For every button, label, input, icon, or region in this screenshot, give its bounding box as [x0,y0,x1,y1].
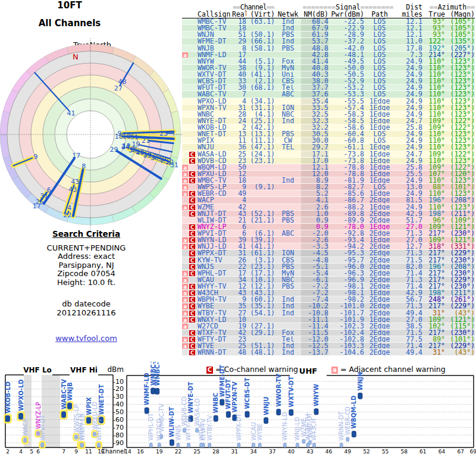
adjacent-warning-icon: a [182,297,188,302]
virtual-channel: (27.1) [246,323,275,329]
azimuth-magnetic: (208°) [445,264,475,270]
noise-margin: -5.4 [301,270,328,276]
warning-cell [182,65,198,71]
table-row: CWTXF-TV42(29.1)Fox-11.5-102.42Edge71.52… [182,330,475,336]
signal-bar [312,443,315,447]
real-channel: 40 [232,71,246,77]
col-netwk: Netwk [275,11,301,18]
co-channel-warning-icon: C [189,271,195,276]
warning-cell: aC [182,177,198,183]
distance-miles: 24.9 [395,190,422,196]
distance-miles: 24.9 [395,84,422,90]
group-signal: ========Signal======== [301,4,395,11]
power-dbm: -58.3 [328,111,364,117]
table-row: CWNJT-DT43(52.1)PBS1.0-89.82Edge42.9198°… [182,211,475,217]
network: Fox [275,58,301,64]
virtual-channel: (52.1) [246,211,275,217]
distance-miles: 51.7 [395,217,422,223]
table-row: aCWTVE25(51.1)Ind-12.5-103.32Edge71.4217… [182,343,475,349]
azimuth-polar-plot: N274892318185121191224225506391044384033… [0,33,186,232]
path: 2Edge [364,211,395,217]
dbm-tick: -60 [113,416,124,424]
callsign: WPXU-LD [198,171,232,177]
warning-cell: aC [182,204,198,210]
power-dbm: -52.9 [328,78,364,84]
table-row: aCWYBE35(35.1)Ind-10.2-101.02Edge71.3217… [182,303,475,309]
distance-miles: 24.9 [395,91,422,97]
table-row: CWASA-LD25(24.1)17.1-73.81Edge24.7109°(1… [182,151,475,158]
azimuth-true: 196° [422,197,445,203]
power-dbm: -53.2 [328,84,364,90]
azimuth-magnetic: (123°) [445,177,475,183]
path: 1Edge [364,144,395,150]
distance-miles: 71.5 [395,257,422,263]
azimuth-true: 110° [422,84,445,90]
channel-tick: 37 [269,449,275,455]
power-dbm: -88.2 [328,204,364,210]
callsign: WBQM-LD [198,164,232,170]
virtual-channel: (6.1) [246,230,275,236]
signal-bar [252,443,255,447]
network: ABC [275,91,301,97]
power-dbm: -48.1 [328,52,364,58]
distance-miles: 24.9 [395,158,422,164]
path: LOS [364,58,395,64]
azimuth-magnetic: (123°) [445,190,475,196]
azimuth-true: 217° [422,250,445,256]
warning-cell: C [182,197,198,203]
power-dbm: -89.9 [328,217,364,223]
co-channel-warning-icon: C [189,343,195,349]
col-callsign: Callsign [198,11,232,18]
network [275,164,301,170]
tvfool-link[interactable]: www.tvfool.com [55,334,117,343]
network [275,290,301,296]
path: 2Edge [364,283,395,289]
co-channel-warning-icon: C [189,152,195,157]
azimuth-magnetic: (122°) [445,164,475,170]
warning-cell: C [182,330,198,336]
spoke-channel-label: 7 [159,157,164,165]
noise-margin: 35.4 [301,98,328,104]
real-channel: 18 [232,177,246,183]
warning-cell: a [182,184,198,190]
real-channel: 18 [232,25,246,31]
real-channel: 36 [232,144,246,150]
real-channel: 31 [232,250,246,256]
adjacent-warning-icon: a [182,52,188,58]
table-row: aCWTBY-TV27(54.1)Ind-10.8-101.72Edge49.4… [182,310,475,317]
azimuth-true: 110° [422,190,445,196]
signal-bar [352,431,356,437]
azimuth-true: 110° [422,65,445,71]
warning-cell [182,32,198,37]
power-dbm: -78.8 [328,171,364,177]
spoke-channel-label: 17 [72,152,80,159]
signal-bar-callsign: WNMF-LD [143,373,150,405]
channel-tick: 67 [457,449,464,455]
signal-bar [158,443,161,447]
channel-tick: 6 [36,449,40,455]
signal-bar [296,443,299,447]
channel-tick: 16 [137,449,144,455]
power-dbm: -89.8 [328,211,364,217]
report-titles: 10FT All Channels [0,0,139,29]
real-channel: 39 [232,237,246,243]
warning-cell [182,217,198,223]
table-row: CKYW-TV26(3.1)CBS-4.8-95.72Edge71.5217°(… [182,257,475,264]
path: LOS [364,84,395,90]
azimuth-magnetic: (135°) [445,38,475,44]
path: 2Edge [364,303,395,309]
path: 2Edge [364,250,395,256]
azimuth-true: 217° [422,303,445,309]
virtual-channel: (12.1) [246,283,275,289]
noise-margin: 40.3 [301,71,328,77]
real-channel: 25 [232,343,246,349]
callsign: WNYZ-LP [198,224,232,230]
signal-bar-callsign: WPPX-DT [236,413,242,441]
network: Ind [275,343,301,349]
adjacent-warning-icon: a [182,178,188,183]
virtual-channel: (41.1) [246,243,275,249]
power-dbm: -50.5 [328,71,364,77]
warning-cell: aC [182,270,198,276]
adjacent-warning-icon: a [182,317,188,323]
path: LOS [364,131,395,137]
